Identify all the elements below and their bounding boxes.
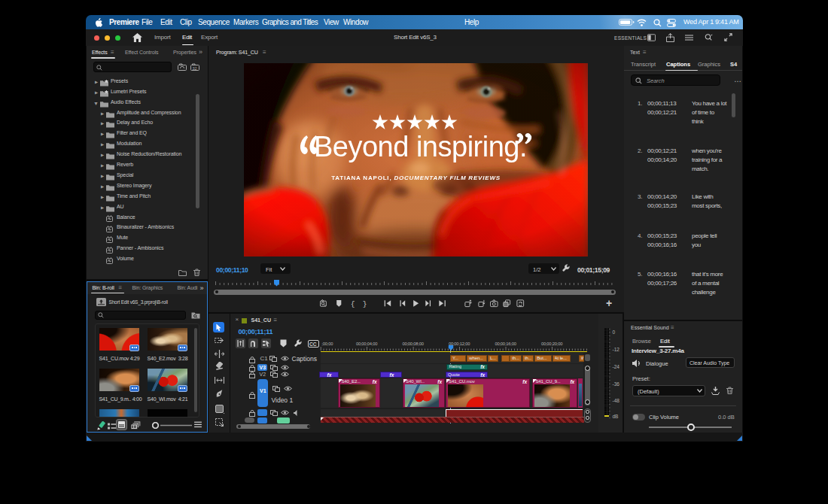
svg-text:-36: -36 (613, 381, 620, 387)
svg-text:32: 32 (192, 66, 196, 71)
svg-text:00;00;08;00: 00;00;08;00 (402, 342, 423, 346)
svg-text:00;00;16;00: 00;00;16;00 (495, 342, 516, 346)
svg-text:00;00;04;00: 00;00;04;00 (355, 342, 376, 346)
svg-text:-12: -12 (613, 347, 620, 352)
svg-text:dB: dB (613, 414, 619, 419)
svg-text:{: { (351, 300, 355, 308)
svg-text:00;00;12;00: 00;00;12;00 (448, 342, 469, 346)
svg-text:-24: -24 (613, 364, 620, 369)
svg-text:-48: -48 (613, 398, 620, 403)
svg-text:00;00;20;00: 00;00;20;00 (540, 342, 562, 346)
svg-text:0: 0 (613, 329, 616, 335)
svg-text:;00;00: ;00;00 (321, 342, 333, 346)
svg-text:}: } (363, 300, 367, 308)
